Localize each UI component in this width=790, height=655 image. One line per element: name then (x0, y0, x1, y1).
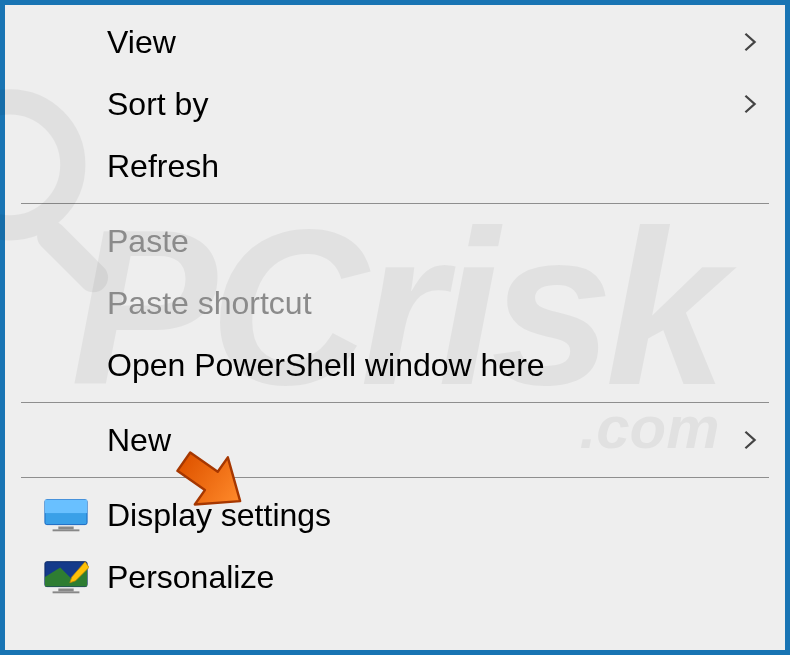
menu-item-paste: Paste (5, 210, 785, 272)
chevron-right-icon (739, 429, 761, 451)
svg-rect-5 (53, 529, 80, 531)
menu-item-label: Open PowerShell window here (107, 347, 761, 384)
chevron-right-icon (739, 93, 761, 115)
monitor-icon (43, 497, 89, 533)
menu-item-open-powershell[interactable]: Open PowerShell window here (5, 334, 785, 396)
desktop-context-menu: PCrisk .com View Sort by Refresh Paste P… (0, 0, 790, 655)
menu-item-label: View (107, 24, 739, 61)
menu-item-new[interactable]: New (5, 409, 785, 471)
svg-rect-3 (45, 500, 87, 513)
menu-item-personalize[interactable]: Personalize (5, 546, 785, 608)
menu-item-label: Display settings (107, 497, 761, 534)
svg-rect-4 (58, 527, 73, 530)
menu-item-label: Paste shortcut (107, 285, 761, 322)
menu-item-label: Refresh (107, 148, 761, 185)
menu-item-display-settings[interactable]: Display settings (5, 484, 785, 546)
menu-item-label: Paste (107, 223, 761, 260)
menu-item-paste-shortcut: Paste shortcut (5, 272, 785, 334)
chevron-right-icon (739, 31, 761, 53)
menu-item-sort-by[interactable]: Sort by (5, 73, 785, 135)
menu-item-refresh[interactable]: Refresh (5, 135, 785, 197)
separator (21, 477, 769, 478)
separator (21, 402, 769, 403)
separator (21, 203, 769, 204)
menu-item-label: Personalize (107, 559, 761, 596)
menu-item-view[interactable]: View (5, 11, 785, 73)
svg-rect-8 (53, 591, 80, 593)
icon-slot (43, 559, 107, 595)
menu-item-label: Sort by (107, 86, 739, 123)
personalize-icon (43, 559, 89, 595)
icon-slot (43, 497, 107, 533)
svg-rect-7 (58, 589, 73, 592)
menu-item-label: New (107, 422, 739, 459)
